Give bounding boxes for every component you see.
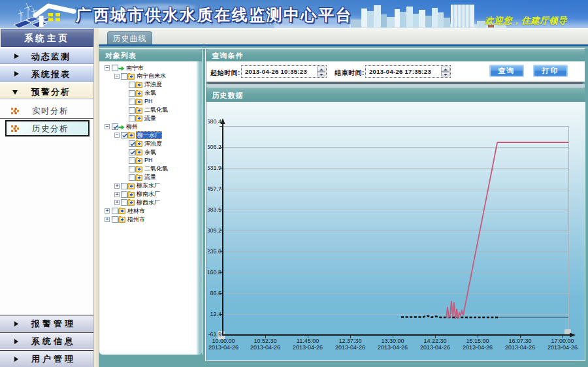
svg-text:160.8: 160.8 xyxy=(208,269,221,276)
svg-text:16:07:30: 16:07:30 xyxy=(508,338,531,344)
svg-text:235.0: 235.0 xyxy=(208,248,221,255)
svg-text:680.4: 680.4 xyxy=(208,118,221,125)
svg-text:86.6: 86.6 xyxy=(210,290,221,296)
svg-text:15:15:00: 15:15:00 xyxy=(466,338,489,344)
svg-text:2013-04-26: 2013-04-26 xyxy=(208,344,238,351)
svg-text:2013-04-26: 2013-04-26 xyxy=(420,344,450,351)
svg-text:457.7: 457.7 xyxy=(208,185,221,192)
svg-text:2013-04-26: 2013-04-26 xyxy=(505,344,535,351)
svg-text:2013-04-26: 2013-04-26 xyxy=(378,344,408,351)
svg-text:2013-04-26: 2013-04-26 xyxy=(250,344,280,351)
svg-text:606.2: 606.2 xyxy=(208,144,221,150)
svg-text:2013-04-26: 2013-04-26 xyxy=(463,344,493,351)
svg-text:10:52:30: 10:52:30 xyxy=(253,338,276,344)
svg-text:-61.9: -61.9 xyxy=(208,331,221,338)
svg-text:11:45:00: 11:45:00 xyxy=(297,338,319,344)
svg-text:12:37:30: 12:37:30 xyxy=(338,338,361,344)
svg-text:14:22:30: 14:22:30 xyxy=(423,338,446,344)
svg-text:12.4: 12.4 xyxy=(210,311,221,317)
svg-text:2013-04-26: 2013-04-26 xyxy=(293,344,323,351)
svg-text:531.9: 531.9 xyxy=(208,165,221,171)
svg-text:13:30:00: 13:30:00 xyxy=(381,338,404,344)
svg-text:2013-04-26: 2013-04-26 xyxy=(335,344,365,351)
svg-text:17:00:00: 17:00:00 xyxy=(551,338,574,344)
svg-text:2013-04-26: 2013-04-26 xyxy=(547,344,578,351)
svg-text:383.5: 383.5 xyxy=(208,206,221,213)
svg-text:309.2: 309.2 xyxy=(208,227,221,234)
svg-text:10:00:00: 10:00:00 xyxy=(212,338,235,344)
